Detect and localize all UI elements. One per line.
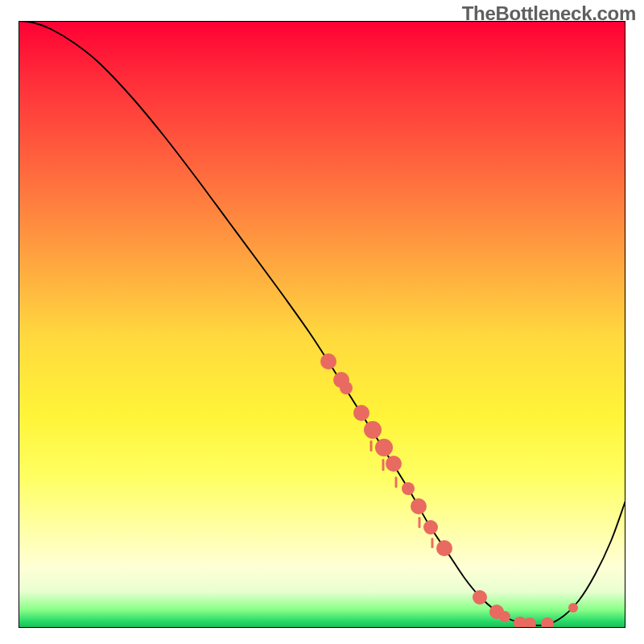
gradient-background bbox=[19, 21, 625, 628]
plot-area bbox=[19, 21, 625, 628]
chart-container: TheBottleneck.com bbox=[0, 0, 644, 644]
